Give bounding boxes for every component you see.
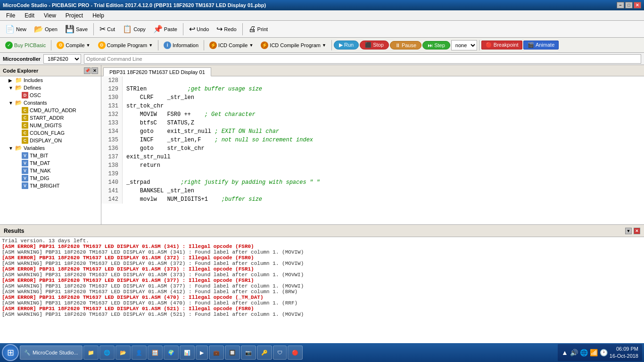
taskbar-item-4[interactable]: 📂: [116, 346, 131, 360]
sidebar-item-tm-bit[interactable]: V TM_BIT: [0, 152, 101, 159]
stop-button[interactable]: ⬛ Stop: [360, 41, 389, 49]
taskbar-item-6[interactable]: 🪟: [148, 346, 163, 360]
sidebar-item-tm-dig[interactable]: V TM_DIG: [0, 174, 101, 182]
code-line-131[interactable]: 131str_tok_chr: [101, 102, 644, 110]
taskbar-item-5[interactable]: 👤: [132, 346, 147, 360]
taskbar-item-9[interactable]: ▶: [196, 346, 208, 360]
sidebar-item-tm-nak[interactable]: V TM_NAK: [0, 167, 101, 174]
sidebar-item-defines[interactable]: ▼ 📂 Defines: [0, 84, 101, 91]
cut-button[interactable]: ✂ Cut: [96, 23, 118, 35]
menu-project[interactable]: Project: [61, 11, 87, 20]
paste-button[interactable]: 📌 Paste: [150, 23, 181, 35]
sidebar-item-colon-flag[interactable]: C COLON_FLAG: [0, 129, 101, 137]
none-select[interactable]: none: [451, 40, 477, 50]
sidebar-item-num-digits[interactable]: C NUM_DIGITS: [0, 122, 101, 129]
maximize-button[interactable]: □: [625, 2, 633, 8]
taskbar-item-microcode[interactable]: 🔧 MicroCode Studio...: [20, 346, 83, 360]
run-button[interactable]: ▶ Run: [334, 41, 359, 49]
redo-button[interactable]: ↪ Redo: [213, 23, 239, 35]
save-button[interactable]: 💾 Save: [62, 23, 91, 35]
menu-file[interactable]: File: [2, 11, 19, 20]
pause-button[interactable]: ⏸ Pause: [390, 41, 421, 49]
line-content: CLRF _str_len: [123, 93, 644, 102]
animate-button[interactable]: 🎬 Animate: [523, 41, 559, 49]
compile-program-dropdown-arrow[interactable]: ▼: [149, 43, 153, 48]
code-line-137[interactable]: 137exit_str_null: [101, 153, 644, 161]
print-button[interactable]: 🖨 Print: [245, 23, 272, 35]
code-line-140[interactable]: 140_strpad ;right justify by padding wit…: [101, 178, 644, 187]
menu-help[interactable]: Help: [88, 11, 108, 20]
variables-label: Variables: [24, 145, 45, 151]
code-line-142[interactable]: 142 movlw NUM_DIGITS+1 ;buffer size: [101, 195, 644, 204]
code-line-138[interactable]: 138 return: [101, 161, 644, 170]
taskbar-item-11[interactable]: 🔲: [225, 346, 240, 360]
taskbar-item-2[interactable]: 📁: [83, 346, 99, 360]
taskbar-item-12[interactable]: 📷: [241, 346, 256, 360]
information-button[interactable]: i Information: [160, 40, 202, 50]
minimize-button[interactable]: −: [617, 2, 624, 8]
microcontroller-select[interactable]: 18F2620: [43, 54, 81, 64]
compile-dropdown-arrow[interactable]: ▼: [86, 43, 91, 48]
buy-picbasic-button[interactable]: ✓ Buy PICBasic: [2, 40, 49, 50]
code-line-135[interactable]: 135 INCF _str_len,F ; not null so increm…: [101, 136, 644, 144]
step-button[interactable]: ⏭ Step: [422, 41, 450, 49]
code-line-133[interactable]: 133 btfsC STATUS,Z: [101, 119, 644, 127]
results-close-button[interactable]: ✕: [634, 228, 640, 234]
icd-compile-program-button[interactable]: ⚡ ICD Compile Program ▼: [257, 40, 330, 50]
results-content[interactable]: Trial version. 13 days left.[ASM ERROR] …: [0, 237, 644, 352]
icd-compile-button[interactable]: ⚡ ICD Compile ▼: [206, 40, 256, 50]
menu-view[interactable]: View: [40, 11, 60, 20]
optional-cmd-input[interactable]: [84, 54, 641, 64]
sidebar-item-includes[interactable]: ▶ 📁 Includes: [0, 76, 101, 84]
taskbar-item-14[interactable]: 🛡: [273, 346, 287, 360]
sidebar-pin-button[interactable]: 📌: [84, 67, 91, 74]
tm-dat-label: TM_DAT: [30, 160, 50, 166]
compile-button[interactable]: ⚙ Compile ▼: [53, 40, 93, 50]
code-line-132[interactable]: 132 MOVIW FSR0 ++ ; Get character: [101, 110, 644, 119]
copy-button[interactable]: 📋 Copy: [119, 23, 149, 35]
code-editor[interactable]: 128129STRlen ;get buffer usage size130 C…: [101, 76, 644, 224]
sidebar-item-tm-bright[interactable]: V TM_BRIGHT: [0, 182, 101, 189]
code-line-129[interactable]: 129STRlen ;get buffer usage size: [101, 85, 644, 93]
new-button[interactable]: 📄 New: [2, 23, 30, 35]
toolbar-sep-3: [242, 23, 243, 35]
tray-icon-5[interactable]: 🕐: [600, 349, 608, 356]
code-line-139[interactable]: 139: [101, 170, 644, 178]
undo-button[interactable]: ↩ Undo: [186, 23, 212, 35]
results-dropdown-button[interactable]: ▼: [625, 228, 632, 234]
taskbar-item-3[interactable]: 🌐: [99, 346, 115, 360]
sidebar-close-button[interactable]: ✕: [91, 67, 98, 74]
compile-program-button[interactable]: ⚙ Compile Program ▼: [95, 40, 157, 50]
icd-compile-program-dropdown-arrow[interactable]: ▼: [322, 43, 326, 48]
code-line-128[interactable]: 128: [101, 76, 644, 85]
tray-icon-1[interactable]: ▲: [561, 349, 568, 356]
taskbar-item-10[interactable]: 💼: [209, 346, 224, 360]
taskbar-item-8[interactable]: 📊: [180, 346, 195, 360]
close-button[interactable]: ✕: [634, 2, 641, 8]
start-button[interactable]: ⊞: [2, 344, 19, 361]
code-tab-main[interactable]: PBP31 18F2620 TM1637 LED Display 01: [103, 67, 211, 76]
icd-compile-dropdown-arrow[interactable]: ▼: [249, 43, 253, 48]
taskbar-item-7[interactable]: 🌍: [164, 346, 179, 360]
code-line-136[interactable]: 136 goto str_tok_chr: [101, 144, 644, 153]
menu-edit[interactable]: Edit: [20, 11, 39, 20]
code-line-130[interactable]: 130 CLRF _str_len: [101, 93, 644, 102]
tray-icon-4[interactable]: 📶: [590, 349, 598, 356]
sidebar-item-start-addr[interactable]: C START_ADDR: [0, 114, 101, 122]
code-line-141[interactable]: 141 BANKSEL _str_len: [101, 187, 644, 195]
sidebar-item-constants[interactable]: ▼ 📂 Constants: [0, 99, 101, 107]
sidebar-item-display-on[interactable]: C DISPLAY_ON: [0, 137, 101, 144]
sidebar-item-tm-dat[interactable]: V TM_DAT: [0, 159, 101, 167]
taskbar-item-15[interactable]: 🔴: [288, 346, 303, 360]
tray-icon-2[interactable]: 🔊: [570, 349, 578, 356]
tray-clock[interactable]: 06:09 PM 16-Oct-2018: [610, 346, 638, 360]
line-content: [123, 76, 644, 85]
open-button[interactable]: 📂 Open: [31, 23, 61, 35]
tray-icon-3[interactable]: 🌐: [580, 349, 588, 356]
breakpoint-button[interactable]: 🔴 Breakpoint: [481, 41, 523, 49]
code-line-134[interactable]: 134 goto exit_str_null ; EXIT ON Null ch…: [101, 127, 644, 136]
sidebar-item-variables[interactable]: ▼ 📂 Variables: [0, 144, 101, 152]
sidebar-item-osc[interactable]: D OSC: [0, 91, 101, 99]
taskbar-item-13[interactable]: 🔑: [257, 346, 272, 360]
sidebar-item-cmd-auto-addr[interactable]: C CMD_AUTO_ADDR: [0, 107, 101, 114]
